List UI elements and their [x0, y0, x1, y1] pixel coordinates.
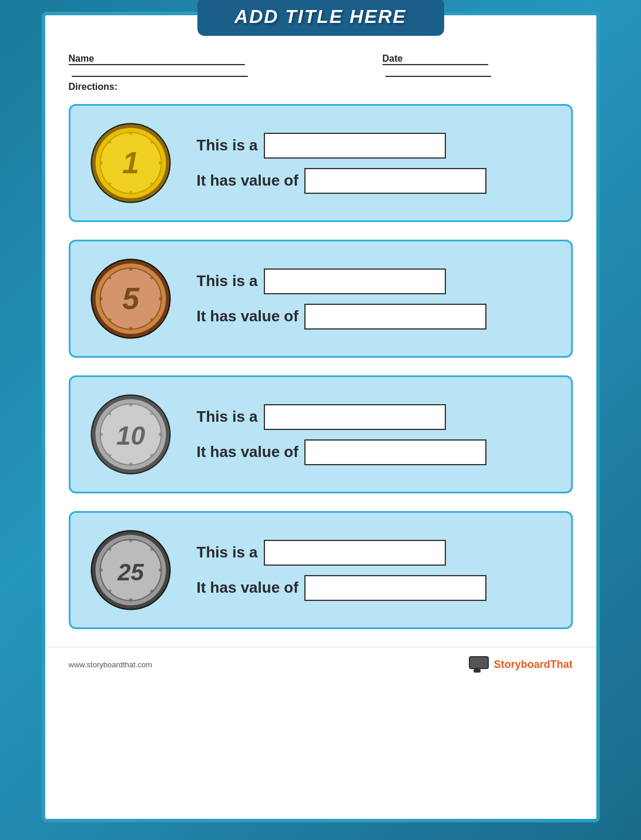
this-is-a-row-5: This is a [197, 268, 553, 294]
footer-website: www.storyboardthat.com [69, 660, 152, 669]
coin-25-icon: 25 [88, 527, 173, 613]
svg-point-31 [129, 462, 132, 466]
svg-point-34 [108, 412, 111, 415]
it-has-value-row-1: It has value of [197, 168, 553, 194]
coin-card-5: 5 This is a It has value of [69, 240, 573, 358]
it-has-value-input-5[interactable] [304, 304, 486, 330]
svg-rect-54 [470, 657, 488, 668]
coin-5-container: 5 [88, 256, 173, 341]
this-is-a-row-25: This is a [197, 540, 553, 566]
date-field: Date [382, 53, 573, 77]
svg-point-5 [129, 191, 132, 194]
card-5-text: This is a It has value of [197, 268, 553, 330]
svg-point-46 [159, 569, 162, 572]
it-has-value-row-5: It has value of [197, 304, 553, 330]
it-has-value-input-10[interactable] [304, 439, 486, 465]
svg-point-30 [129, 403, 132, 406]
coin-10-container: 10 [88, 392, 173, 477]
coin-card-25: 25 This is a It has value of [69, 511, 573, 629]
name-date-row: Name Date [69, 53, 573, 77]
svg-point-21 [108, 277, 111, 280]
page-title: ADD TITLE HERE [215, 6, 427, 28]
date-label: Date [382, 53, 488, 65]
svg-point-4 [129, 132, 132, 135]
it-has-value-label-10: It has value of [197, 443, 298, 461]
coin-1-container: 1 [88, 120, 173, 206]
coin-1-icon: 1 [88, 120, 173, 206]
footer-brand-that: That [551, 658, 573, 670]
this-is-a-row-1: This is a [197, 133, 553, 159]
svg-point-48 [150, 548, 153, 551]
coin-card-10: 10 This is a It has value of [69, 375, 573, 493]
it-has-value-row-10: It has value of [197, 439, 553, 465]
footer-brand: StoryboardThat [469, 656, 572, 673]
this-is-a-input-10[interactable] [264, 404, 446, 430]
title-bar: ADD TITLE HERE [197, 0, 444, 36]
svg-text:25: 25 [117, 559, 144, 585]
svg-text:5: 5 [122, 281, 140, 315]
this-is-a-input-25[interactable] [264, 540, 446, 566]
card-10-text: This is a It has value of [197, 404, 553, 465]
svg-point-50 [150, 590, 153, 593]
this-is-a-input-5[interactable] [264, 268, 446, 294]
directions-label: Directions: [69, 82, 573, 92]
svg-point-23 [108, 318, 111, 321]
svg-point-22 [150, 277, 153, 280]
this-is-a-row-10: This is a [197, 404, 553, 430]
card-25-text: This is a It has value of [197, 540, 553, 601]
this-is-a-label-5: This is a [197, 272, 258, 290]
svg-point-44 [129, 598, 132, 602]
svg-point-11 [150, 183, 153, 186]
this-is-a-label-1: This is a [197, 136, 258, 154]
svg-text:1: 1 [122, 146, 139, 180]
svg-point-47 [108, 548, 111, 551]
svg-rect-53 [474, 669, 481, 673]
svg-point-43 [129, 539, 132, 542]
svg-point-10 [108, 183, 111, 186]
svg-point-35 [150, 412, 153, 415]
svg-text:10: 10 [116, 421, 145, 450]
svg-point-49 [108, 590, 111, 593]
svg-point-7 [159, 162, 162, 165]
this-is-a-input-1[interactable] [264, 133, 446, 159]
svg-point-33 [159, 433, 162, 436]
name-label: Name [69, 53, 245, 65]
svg-point-32 [99, 433, 103, 436]
it-has-value-input-1[interactable] [304, 168, 486, 194]
svg-point-19 [99, 297, 103, 301]
svg-point-45 [99, 569, 103, 572]
coin-10-icon: 10 [88, 392, 173, 477]
it-has-value-row-25: It has value of [197, 575, 553, 601]
card-1-text: This is a It has value of [197, 133, 553, 194]
svg-point-20 [159, 297, 162, 301]
svg-point-6 [99, 162, 103, 165]
svg-point-17 [129, 267, 132, 271]
svg-point-36 [108, 454, 111, 457]
it-has-value-input-25[interactable] [304, 575, 486, 601]
svg-point-37 [150, 454, 153, 457]
footer-brand-storyboard: Storyboard [494, 658, 550, 670]
header-section: Name Date Directions: [45, 42, 596, 98]
coin-25-container: 25 [88, 527, 173, 613]
worksheet-page: ADD TITLE HERE Name Date Directions: [42, 12, 600, 822]
cards-section: 1 This is a It has value of [45, 98, 596, 641]
it-has-value-label-25: It has value of [197, 579, 298, 597]
svg-point-18 [129, 327, 132, 330]
coin-5-icon: 5 [88, 256, 173, 341]
it-has-value-label-1: It has value of [197, 172, 298, 190]
coin-card-1: 1 This is a It has value of [69, 104, 573, 222]
svg-point-9 [150, 141, 153, 144]
svg-point-8 [108, 141, 111, 144]
svg-point-24 [150, 318, 153, 321]
this-is-a-label-25: This is a [197, 543, 258, 562]
storyboard-brand-icon [469, 656, 489, 673]
footer-brand-name: StoryboardThat [494, 658, 572, 671]
name-field: Name [69, 53, 382, 77]
footer: www.storyboardthat.com StoryboardThat [45, 647, 596, 676]
this-is-a-label-10: This is a [197, 408, 258, 426]
it-has-value-label-5: It has value of [197, 307, 298, 325]
